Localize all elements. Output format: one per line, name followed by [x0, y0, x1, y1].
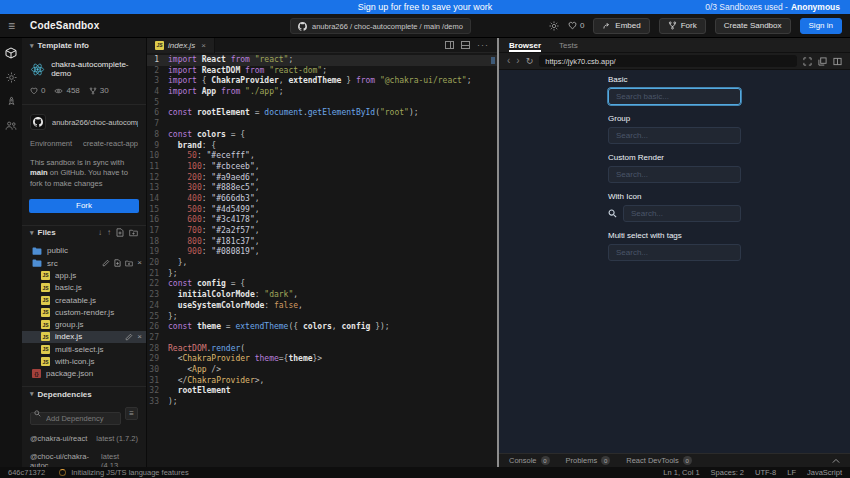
multi-select-with-tags-input[interactable] — [616, 248, 733, 257]
code-line[interactable]: 12 200: "#a9aed6", — [147, 173, 497, 184]
code-line[interactable]: 26const theme = extendTheme({ colors, co… — [147, 322, 497, 333]
status-item[interactable]: UTF-8 — [755, 468, 776, 477]
devtools-react-devtools[interactable]: React DevTools0 — [626, 456, 692, 465]
upload-icon[interactable]: ↑ — [107, 228, 111, 237]
responsive-mode-icon[interactable] — [803, 57, 812, 66]
code-line[interactable]: 19 900: "#080819", — [147, 247, 497, 258]
tab-tests[interactable]: Tests — [559, 38, 578, 52]
dependency-row[interactable]: @chakra-ui/reactlatest (1.7.2) — [22, 429, 146, 447]
like-counter[interactable]: 0 — [568, 21, 584, 30]
refresh-icon[interactable]: ↻ — [526, 56, 534, 66]
code-area[interactable]: 1import React from "react";2import React… — [147, 53, 497, 467]
split-vertical-icon[interactable] — [445, 41, 454, 49]
code-line[interactable]: 23 initialColorMode: "dark", — [147, 290, 497, 301]
code-line[interactable]: 22const config = { — [147, 279, 497, 290]
new-file-icon[interactable] — [116, 228, 124, 237]
dependencies-section-header[interactable]: ▾ Dependencies — [22, 386, 146, 401]
code-line[interactable]: 29 <ChakraProvider theme={theme}> — [147, 354, 497, 365]
code-line[interactable]: 25}; — [147, 312, 497, 323]
tab-index-js[interactable]: JS index.js × — [147, 38, 215, 53]
repo-breadcrumb[interactable]: anubra266 / choc-autocomplete / main /de… — [290, 18, 471, 34]
code-line[interactable]: 32 rootElement — [147, 386, 497, 397]
file-multi-select.js[interactable]: JSmulti-select.js — [22, 343, 146, 355]
code-line[interactable]: 28ReactDOM.render( — [147, 344, 497, 355]
github-repo-row[interactable]: anubra266/choc-autocomplete — [22, 105, 146, 137]
code-line[interactable]: 20 }, — [147, 258, 497, 269]
code-line[interactable]: 2import ReactDOM from "react-dom"; — [147, 66, 497, 77]
sign-in-button[interactable]: Sign in — [800, 18, 842, 34]
code-line[interactable]: 18 800: "#181c37", — [147, 237, 497, 248]
file-public[interactable]: public — [22, 245, 146, 257]
deploy-rocket-icon[interactable] — [6, 96, 17, 107]
sidebar-fork-button[interactable]: Fork — [29, 199, 139, 213]
code-line[interactable]: 6const rootElement = document.getElement… — [147, 108, 497, 119]
file-src[interactable]: src× — [22, 257, 146, 269]
basic-input[interactable] — [616, 92, 733, 101]
create-sandbox-button[interactable]: Create Sandbox — [715, 18, 791, 34]
back-icon[interactable]: ‹ — [507, 56, 510, 66]
code-line[interactable]: 15 500: "#4d5499", — [147, 205, 497, 216]
status-item[interactable]: JavaScript — [807, 468, 842, 477]
file-with-icon.js[interactable]: JSwith-icon.js — [22, 355, 146, 367]
code-line[interactable]: 24 useSystemColorMode: false, — [147, 301, 497, 312]
status-item[interactable]: Spaces: 2 — [711, 468, 744, 477]
settings-gear-icon[interactable] — [549, 21, 559, 31]
code-line[interactable]: 7 — [147, 119, 497, 130]
code-line[interactable]: 5 — [147, 98, 497, 109]
likes-stat[interactable]: 0 — [30, 86, 45, 95]
devtools-console[interactable]: Console0 — [509, 456, 550, 465]
url-bar[interactable]: https://jyk70.csb.app/ — [539, 55, 797, 67]
code-line[interactable]: 11 100: "#cbceeb", — [147, 162, 497, 173]
code-line[interactable]: 4import App from "./app"; — [147, 87, 497, 98]
split-preview-icon[interactable] — [833, 57, 842, 66]
delete-icon[interactable]: × — [137, 333, 142, 341]
status-item[interactable]: Ln 1, Col 1 — [663, 468, 699, 477]
open-new-window-icon[interactable] — [818, 57, 827, 66]
delete-icon[interactable]: × — [137, 259, 142, 267]
file-index.js[interactable]: JSindex.js× — [22, 331, 146, 343]
code-line[interactable]: 3import { ChakraProvider, extendTheme } … — [147, 76, 497, 87]
live-users-icon[interactable] — [5, 120, 17, 131]
code-line[interactable]: 33); — [147, 397, 497, 408]
file-basic.js[interactable]: JSbasic.js — [22, 282, 146, 294]
code-line[interactable]: 21}; — [147, 269, 497, 280]
split-horizontal-icon[interactable] — [461, 41, 470, 49]
code-line[interactable]: 13 300: "#888ec5", — [147, 183, 497, 194]
code-line[interactable]: 17 700: "#2a2f57", — [147, 226, 497, 237]
settings-rail-icon[interactable] — [6, 72, 17, 83]
code-line[interactable]: 27 — [147, 333, 497, 344]
file-app.js[interactable]: JSapp.js — [22, 269, 146, 281]
custom-render-input[interactable] — [616, 170, 733, 179]
menu-icon[interactable]: ≡ — [8, 20, 24, 32]
edit-pencil-icon[interactable] — [102, 259, 110, 267]
promo-banner[interactable]: Sign up for free to save your work 0/3 S… — [0, 0, 850, 14]
file-custom-render.js[interactable]: JScustom-render.js — [22, 306, 146, 318]
embed-button[interactable]: Embed — [593, 18, 649, 34]
template-info-header[interactable]: ▾ Template Info — [22, 38, 146, 53]
code-line[interactable]: 8const colors = { — [147, 130, 497, 141]
dependency-list-icon[interactable]: ≡ — [125, 407, 138, 420]
code-line[interactable]: 10 50: "#ecefff", — [147, 151, 497, 162]
code-line[interactable]: 16 600: "#3c4178", — [147, 215, 497, 226]
tab-browser[interactable]: Browser — [509, 38, 541, 52]
new-file-icon[interactable] — [114, 259, 121, 267]
close-tab-icon[interactable]: × — [201, 41, 206, 50]
code-line[interactable]: 14 400: "#666db3", — [147, 194, 497, 205]
code-line[interactable]: 30 <App /> — [147, 365, 497, 376]
chevron-up-icon[interactable] — [832, 458, 840, 464]
fork-button[interactable]: Fork — [659, 18, 706, 34]
project-cube-icon[interactable] — [5, 47, 17, 59]
file-group.js[interactable]: JSgroup.js — [22, 319, 146, 331]
environment-value[interactable]: create-react-app — [83, 139, 138, 148]
code-line[interactable]: 31 </ChakraProvider>, — [147, 376, 497, 387]
more-options-icon[interactable]: ··· — [477, 43, 489, 47]
download-icon[interactable]: ↓ — [98, 228, 102, 237]
group-input[interactable] — [616, 131, 733, 140]
code-line[interactable]: 1import React from "react"; — [147, 55, 497, 66]
devtools-problems[interactable]: Problems0 — [566, 456, 611, 465]
file-package.json[interactable]: {}package.json — [22, 368, 146, 380]
dependency-row[interactable]: @choc-ui/chakra-autoc...latest (4.13... — [22, 447, 146, 467]
edit-pencil-icon[interactable] — [125, 333, 133, 341]
forward-icon[interactable]: › — [516, 56, 519, 66]
code-line[interactable]: 9 brand: { — [147, 141, 497, 152]
